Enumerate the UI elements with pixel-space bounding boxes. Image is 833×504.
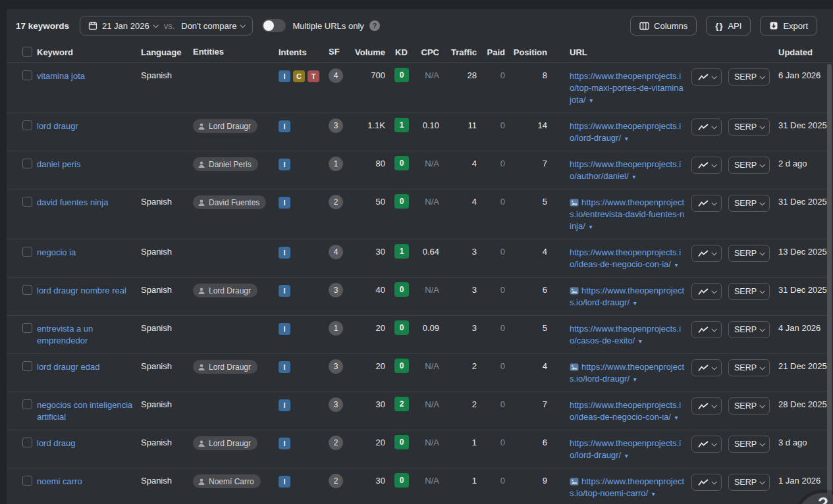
header-kd[interactable]: KD: [385, 47, 418, 57]
position-history-chart-button[interactable]: [691, 118, 722, 136]
intent-badge-i[interactable]: I: [279, 197, 290, 209]
serp-dropdown-button[interactable]: SERP: [728, 397, 770, 415]
row-checkbox[interactable]: [22, 323, 32, 333]
row-checkbox[interactable]: [22, 120, 32, 130]
entity-pill[interactable]: David Fuentes: [193, 195, 266, 209]
position-history-chart-button[interactable]: [691, 321, 722, 338]
keyword-link[interactable]: negocio ia: [37, 247, 76, 257]
serp-features-count[interactable]: 3: [329, 359, 343, 374]
url-dropdown-caret[interactable]: ▾: [633, 376, 637, 383]
keyword-link[interactable]: vitamina jota: [37, 71, 85, 81]
header-updated[interactable]: Updated: [778, 47, 833, 57]
serp-features-count[interactable]: 4: [329, 245, 343, 259]
row-checkbox[interactable]: [22, 361, 32, 371]
position-history-chart-button[interactable]: [691, 245, 722, 262]
header-cpc[interactable]: CPC: [418, 47, 439, 57]
keyword-link[interactable]: lord draugr nombre real: [37, 286, 126, 295]
row-checkbox[interactable]: [22, 247, 32, 257]
entity-pill[interactable]: Lord Draugr: [193, 360, 257, 374]
serp-features-count[interactable]: 2: [329, 195, 343, 209]
url-dropdown-caret[interactable]: ▾: [632, 173, 635, 180]
intent-badge-i[interactable]: I: [279, 361, 290, 373]
header-volume[interactable]: Volume: [352, 47, 385, 57]
serp-features-count[interactable]: 3: [329, 397, 343, 412]
url-link[interactable]: https://www.theopenprojects.io/ideas-de-…: [570, 400, 681, 422]
intent-badge-i[interactable]: I: [279, 120, 290, 132]
keyword-link[interactable]: lord draugr edad: [37, 362, 99, 372]
intent-badge-i[interactable]: I: [279, 476, 290, 488]
entity-pill[interactable]: Daniel Peris: [193, 157, 258, 171]
url-dropdown-caret[interactable]: ▾: [633, 299, 637, 307]
position-history-chart-button[interactable]: [691, 397, 722, 415]
header-intents[interactable]: Intents: [279, 47, 326, 57]
position-history-chart-button[interactable]: [691, 68, 722, 86]
header-keyword[interactable]: Keyword: [37, 47, 140, 59]
serp-dropdown-button[interactable]: SERP: [728, 359, 770, 376]
intent-badge-i[interactable]: I: [279, 438, 290, 449]
keyword-link[interactable]: negocios con inteligencia artificial: [37, 400, 132, 422]
date-compare-control[interactable]: 21 Jan 2026 vs. Don't compare: [80, 16, 253, 36]
keyword-link[interactable]: noemi carro: [37, 476, 82, 486]
url-link[interactable]: https://www.theopenprojects.io/author/da…: [570, 159, 681, 181]
serp-dropdown-button[interactable]: SERP: [728, 321, 770, 338]
row-checkbox[interactable]: [22, 438, 32, 447]
intent-badge-i[interactable]: I: [279, 159, 290, 170]
columns-button[interactable]: Columns: [630, 16, 697, 36]
keyword-link[interactable]: entrevista a un emprendedor: [37, 324, 93, 345]
serp-features-count[interactable]: 3: [329, 118, 343, 133]
url-dropdown-caret[interactable]: ▾: [652, 490, 655, 497]
header-sf[interactable]: SF: [326, 47, 352, 57]
row-checkbox[interactable]: [22, 197, 32, 207]
position-history-chart-button[interactable]: [691, 157, 722, 174]
serp-dropdown-button[interactable]: SERP: [728, 195, 770, 212]
row-checkbox[interactable]: [22, 70, 32, 80]
position-history-chart-button[interactable]: [691, 359, 722, 376]
entity-pill[interactable]: Lord Draugr: [193, 436, 257, 450]
row-checkbox[interactable]: [22, 159, 32, 168]
header-paid[interactable]: Paid: [477, 47, 505, 57]
url-link[interactable]: https://www.theopenprojects.io/casos-de-…: [570, 324, 681, 345]
header-url[interactable]: URL: [570, 47, 685, 59]
serp-dropdown-button[interactable]: SERP: [728, 68, 770, 86]
serp-dropdown-button[interactable]: SERP: [728, 157, 770, 174]
intent-badge-c[interactable]: C: [293, 70, 305, 82]
header-language[interactable]: Language: [140, 47, 193, 57]
serp-dropdown-button[interactable]: SERP: [728, 436, 770, 453]
url-link[interactable]: https://www.theopenprojects.io/top-maxi-…: [570, 71, 684, 105]
entity-pill[interactable]: Noemí Carro: [193, 474, 261, 488]
keyword-link[interactable]: daniel peris: [37, 159, 81, 169]
compare-selector[interactable]: Don't compare: [181, 21, 244, 31]
row-checkbox[interactable]: [22, 476, 32, 486]
serp-features-count[interactable]: 4: [329, 68, 343, 83]
intent-badge-i[interactable]: I: [279, 70, 290, 82]
url-dropdown-caret[interactable]: ▾: [639, 338, 642, 345]
url-link[interactable]: https://www.theopenprojects.io/lord-drau…: [570, 286, 684, 307]
intent-badge-t[interactable]: T: [308, 70, 319, 82]
header-traffic[interactable]: Traffic: [439, 47, 477, 57]
url-dropdown-caret[interactable]: ▾: [675, 414, 678, 421]
intent-badge-i[interactable]: I: [279, 285, 290, 297]
url-dropdown-caret[interactable]: ▾: [625, 452, 628, 459]
url-link[interactable]: https://www.theopenprojects.io/top-noemi…: [570, 476, 684, 498]
url-link[interactable]: https://www.theopenprojects.io/entrevist…: [570, 197, 684, 231]
url-link[interactable]: https://www.theopenprojects.io/lord-drau…: [570, 362, 684, 384]
url-dropdown-caret[interactable]: ▾: [625, 135, 628, 142]
url-dropdown-caret[interactable]: ▾: [675, 261, 678, 268]
position-history-chart-button[interactable]: [691, 474, 722, 491]
serp-features-count[interactable]: 2: [329, 474, 343, 488]
vertical-scrollbar[interactable]: [827, 64, 832, 503]
url-dropdown-caret[interactable]: ▾: [589, 223, 592, 230]
url-link[interactable]: https://www.theopenprojects.io/lord-drau…: [570, 121, 681, 143]
serp-dropdown-button[interactable]: SERP: [728, 474, 770, 491]
url-dropdown-caret[interactable]: ▾: [589, 97, 593, 104]
position-history-chart-button[interactable]: [691, 195, 722, 212]
row-checkbox[interactable]: [22, 399, 32, 409]
serp-features-count[interactable]: 2: [329, 436, 343, 450]
header-entities[interactable]: Entities: [193, 47, 279, 57]
position-history-chart-button[interactable]: [691, 283, 722, 300]
row-checkbox[interactable]: [22, 285, 32, 295]
position-history-chart-button[interactable]: [691, 436, 722, 453]
url-link[interactable]: https://www.theopenprojects.io/lord-drau…: [570, 438, 681, 460]
serp-features-count[interactable]: 1: [329, 157, 343, 171]
serp-dropdown-button[interactable]: SERP: [728, 118, 770, 136]
